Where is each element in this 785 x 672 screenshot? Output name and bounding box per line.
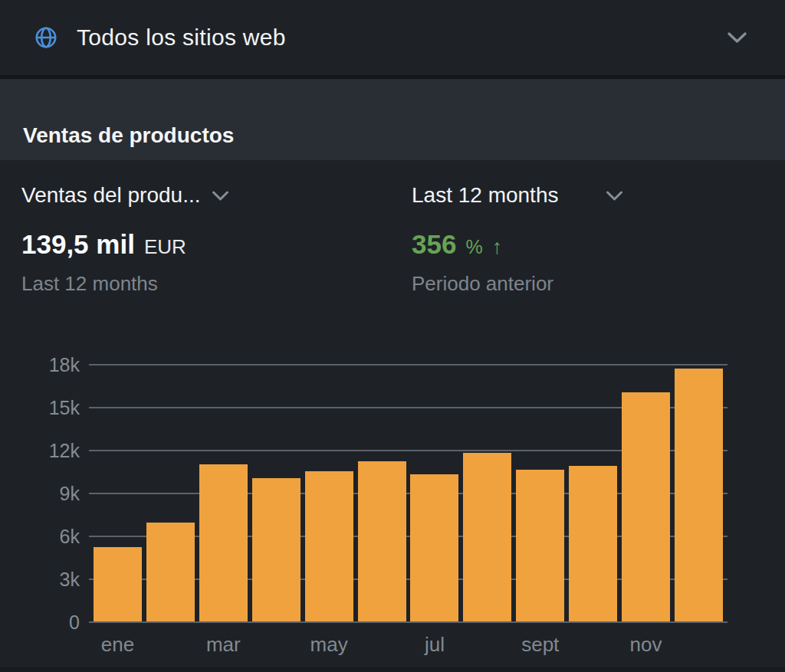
bar-ago[interactable]: [463, 453, 511, 621]
bar-feb[interactable]: [146, 523, 195, 621]
y-tick-label: 15k: [21, 397, 80, 419]
x-tick-label-ago: [463, 633, 511, 657]
y-tick-label: 0: [21, 611, 80, 634]
x-tick-label-ene: ene: [94, 633, 142, 657]
arrow-up-icon: ↑: [492, 235, 503, 259]
bar-jun[interactable]: [358, 461, 406, 621]
x-tick-label-may: may: [305, 633, 353, 657]
y-tick-label: 12k: [21, 440, 80, 462]
primary-stat: 139,5 mil EUR: [21, 229, 412, 263]
x-tick-label-sept: sept: [516, 633, 564, 657]
period-column: Last 12 months 356 % ↑ Periodo anterior: [412, 180, 764, 295]
primary-stat-value: 139,5 mil: [21, 229, 135, 260]
x-tick-label-abr: [252, 633, 301, 657]
bar-ene[interactable]: [94, 547, 142, 621]
bar-dic[interactable]: [675, 369, 723, 621]
x-tick-label-jun: [358, 633, 406, 657]
globe-icon: [34, 26, 57, 49]
section-title: Ventas de productos: [23, 123, 234, 148]
metric-dropdown-label: Ventas del produ...: [21, 183, 201, 208]
gridline-0: [89, 621, 728, 623]
chevron-down-icon: [727, 31, 747, 44]
bar-jul[interactable]: [410, 474, 458, 621]
section-header: Ventas de productos: [0, 79, 785, 160]
chevron-down-icon: [212, 190, 229, 202]
x-tick-label-dic: [675, 633, 723, 657]
x-tick-label-oct: [569, 633, 617, 657]
bar-oct[interactable]: [569, 466, 617, 621]
y-tick-label: 9k: [21, 483, 80, 505]
bar-may[interactable]: [305, 471, 353, 621]
bar-nov[interactable]: [622, 392, 670, 621]
primary-stat-currency: EUR: [144, 235, 186, 259]
bars-row: [89, 364, 728, 621]
comparison-stat-caption: Periodo anterior: [412, 272, 764, 295]
x-tick-label-nov: nov: [622, 633, 670, 657]
x-axis-labels: enemarmayjulseptnov: [89, 633, 728, 657]
comparison-stat-unit: %: [465, 236, 482, 258]
site-selector-label: Todos los sitios web: [77, 25, 286, 51]
chevron-down-icon: [606, 190, 623, 202]
period-dropdown[interactable]: Last 12 months: [412, 180, 764, 211]
x-tick-label-jul: jul: [410, 633, 458, 657]
bar-abr[interactable]: [252, 478, 301, 621]
sales-bar-chart: 18k15k12k9k6k3k0 enemarmayjulseptnov: [21, 333, 764, 670]
comparison-stat: 356 % ↑: [412, 229, 764, 263]
y-tick-label: 3k: [21, 569, 80, 591]
y-tick-label: 6k: [21, 526, 80, 548]
metric-dropdown[interactable]: Ventas del produ...: [21, 180, 412, 211]
y-tick-label: 18k: [21, 354, 80, 376]
panel-content: Ventas del produ... 139,5 mil EUR Last 1…: [0, 160, 785, 670]
period-dropdown-label: Last 12 months: [412, 183, 558, 208]
primary-stat-caption: Last 12 months: [21, 272, 412, 295]
comparison-stat-value: 356: [412, 229, 456, 260]
x-tick-label-feb: [146, 633, 195, 657]
site-selector[interactable]: Todos los sitios web: [0, 0, 785, 75]
x-tick-label-mar: mar: [199, 633, 248, 657]
bar-mar[interactable]: [199, 464, 248, 621]
bottom-edge: [0, 667, 785, 672]
bar-sept[interactable]: [516, 470, 564, 621]
metric-column: Ventas del produ... 139,5 mil EUR Last 1…: [21, 180, 412, 295]
